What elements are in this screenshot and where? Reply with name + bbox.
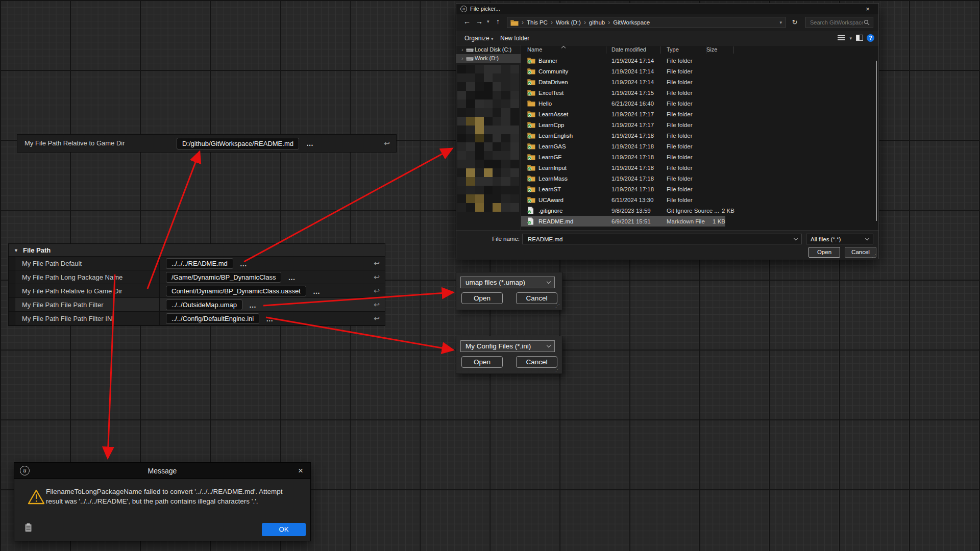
- file-date: 1/19/2024 17:14: [611, 68, 667, 74]
- close-icon[interactable]: ×: [298, 463, 303, 479]
- view-details-icon[interactable]: [838, 35, 845, 42]
- category-header-file-path[interactable]: ▼ File Path: [9, 243, 385, 257]
- browse-ellipsis-button[interactable]: …: [266, 315, 274, 323]
- file-picker-dialog: u File picker... × ← → ▾ ↑ ›This PC›Work…: [456, 3, 879, 259]
- property-row-floating[interactable]: My File Path Relative to Game Dir D:/git…: [17, 134, 397, 153]
- property-row[interactable]: My File Path File Path Filter../../Outsi…: [9, 298, 385, 312]
- view-options-chevron-icon[interactable]: ▾: [849, 31, 852, 45]
- file-name-combo[interactable]: [522, 234, 802, 244]
- file-row[interactable]: Community1/19/2024 17:14File folder: [521, 66, 725, 77]
- file-row[interactable]: UCAward6/11/2024 13:30File folder: [521, 194, 725, 205]
- file-row[interactable]: Banner1/19/2024 17:14File folder: [521, 55, 725, 66]
- expander-icon[interactable]: ▼: [14, 244, 18, 257]
- open-button[interactable]: Open: [808, 247, 840, 258]
- column-header-name[interactable]: Name: [527, 46, 542, 53]
- sidebar-item-drive[interactable]: ›Work (D:): [456, 54, 521, 63]
- property-row[interactable]: My File Path Relative to Game DirContent…: [9, 284, 385, 298]
- file-name-input[interactable]: [527, 236, 790, 243]
- organize-menu[interactable]: Organize ▾: [464, 31, 494, 46]
- tree-expand-icon[interactable]: ›: [461, 45, 463, 54]
- message-titlebar[interactable]: u Message ×: [14, 463, 310, 479]
- breadcrumb[interactable]: ›This PC›Work (D:)›github›GitWorkspace▾: [507, 17, 786, 28]
- reset-to-default-icon[interactable]: ↩: [374, 312, 380, 325]
- folder-tree-sidebar[interactable]: ›Local Disk (C:)›Work (D:): [456, 45, 521, 233]
- file-row[interactable]: LearnEnglish1/19/2024 17:18File folder: [521, 130, 725, 141]
- chevron-down-icon[interactable]: ▾: [779, 20, 782, 25]
- browse-ellipsis-button[interactable]: …: [249, 301, 257, 309]
- resize-grip-icon[interactable]: ⋰: [555, 367, 560, 372]
- file-row[interactable]: LearnCpp1/19/2024 17:17File folder: [521, 119, 725, 130]
- property-value-field[interactable]: ../../OutsideMap.umap: [166, 299, 242, 310]
- file-row[interactable]: .gitignore9/8/2023 13:59Git Ignore Sourc…: [521, 205, 725, 216]
- column-header-size[interactable]: Size: [706, 46, 717, 53]
- search-box[interactable]: [805, 17, 873, 28]
- property-value-field[interactable]: ../../../README.md: [166, 258, 233, 269]
- column-divider[interactable]: [660, 46, 660, 54]
- property-value-field[interactable]: D:/github/GitWorkspace/README.md: [177, 138, 299, 149]
- file-row[interactable]: LearnGF1/19/2024 17:18File folder: [521, 152, 725, 162]
- column-header-date[interactable]: Date modified: [611, 46, 646, 53]
- property-row[interactable]: My File Path File Path Filter INI../../C…: [9, 312, 385, 325]
- column-header-type[interactable]: Type: [667, 46, 679, 53]
- column-divider[interactable]: [606, 46, 606, 54]
- file-row[interactable]: LearnGAS1/19/2024 17:18File folder: [521, 141, 725, 152]
- resize-grip-icon[interactable]: ⋰: [555, 304, 560, 309]
- property-row[interactable]: My File Path Default../../../README.md…↩: [9, 257, 385, 270]
- resize-grip-icon[interactable]: ⋰: [872, 254, 877, 259]
- file-row[interactable]: Hello6/21/2024 16:40File folder: [521, 98, 725, 109]
- file-row[interactable]: LearnInput1/19/2024 17:18File folder: [521, 162, 725, 173]
- back-icon[interactable]: ←: [463, 17, 471, 26]
- breadcrumb-item[interactable]: GitWorkspace: [613, 19, 650, 26]
- search-input[interactable]: [809, 19, 864, 26]
- property-value-field[interactable]: ../../Config/DefaultEngine.ini: [166, 313, 259, 324]
- ok-button[interactable]: OK: [262, 523, 306, 536]
- open-button[interactable]: Open: [461, 292, 503, 304]
- file-row[interactable]: LearnST1/19/2024 17:18File folder: [521, 184, 725, 194]
- browse-ellipsis-button[interactable]: …: [306, 139, 314, 147]
- preview-pane-icon[interactable]: [856, 35, 863, 42]
- file-type-filter-dropdown[interactable]: My Config Files (*.ini): [460, 340, 555, 352]
- file-list: Name Date modified Type Size Banner1/19/…: [521, 45, 878, 233]
- refresh-icon[interactable]: ↻: [789, 17, 800, 28]
- tree-expand-icon[interactable]: ›: [461, 54, 463, 63]
- file-row[interactable]: ExcelTest1/19/2024 17:15File folder: [521, 87, 725, 98]
- file-row[interactable]: README.md6/9/2021 15:51Markdown File1 KB: [521, 216, 725, 227]
- breadcrumb-item[interactable]: Work (D:): [556, 19, 581, 26]
- breadcrumb-item[interactable]: This PC: [527, 19, 548, 26]
- history-chevron-icon[interactable]: ▾: [487, 19, 489, 24]
- file-type-filter-combo[interactable]: All files (*.*): [806, 234, 873, 244]
- property-value-field[interactable]: Content/Dynamic/BP_DynamicClass.uasset: [166, 286, 306, 296]
- forward-icon[interactable]: →: [476, 17, 483, 26]
- reset-to-default-icon[interactable]: ↩: [374, 298, 380, 312]
- reset-to-default-icon[interactable]: ↩: [374, 257, 380, 270]
- file-picker-titlebar[interactable]: u File picker... ×: [456, 4, 878, 14]
- reset-to-default-icon[interactable]: ↩: [374, 270, 380, 284]
- blueprint-graph-canvas[interactable]: My File Path Relative to Game Dir D:/git…: [0, 0, 980, 551]
- file-row[interactable]: LearnAsset1/19/2024 17:17File folder: [521, 109, 725, 119]
- column-divider[interactable]: [706, 46, 706, 54]
- copy-to-clipboard-icon[interactable]: [24, 523, 32, 532]
- property-row[interactable]: My File Path Long Package Name/Game/Dyna…: [9, 270, 385, 284]
- cancel-button[interactable]: Cancel: [516, 292, 557, 304]
- up-icon[interactable]: ↑: [496, 17, 500, 26]
- help-icon[interactable]: ?: [867, 34, 874, 42]
- browse-ellipsis-button[interactable]: …: [240, 260, 248, 268]
- browse-ellipsis-button[interactable]: …: [313, 287, 321, 295]
- property-value-field[interactable]: /Game/Dynamic/BP_DynamicClass: [166, 272, 281, 283]
- sidebar-item-drive[interactable]: ›Local Disk (C:): [456, 45, 521, 54]
- close-icon[interactable]: ×: [861, 5, 874, 13]
- breadcrumb-item[interactable]: github: [589, 19, 605, 26]
- file-type-filter-dropdown[interactable]: umap files (*.umap): [460, 277, 555, 288]
- reset-to-default-icon[interactable]: ↩: [374, 284, 380, 298]
- reset-to-default-icon[interactable]: ↩: [384, 135, 390, 152]
- cancel-button[interactable]: Cancel: [516, 356, 557, 368]
- file-row[interactable]: DataDriven1/19/2024 17:14File folder: [521, 77, 725, 87]
- scrollbar[interactable]: [876, 61, 877, 221]
- file-row[interactable]: LearnMass1/19/2024 17:18File folder: [521, 173, 725, 184]
- browse-ellipsis-button[interactable]: …: [288, 273, 296, 282]
- open-button[interactable]: Open: [461, 356, 503, 368]
- file-name: README.md: [538, 218, 611, 224]
- column-divider[interactable]: [733, 46, 734, 54]
- new-folder-button[interactable]: New folder: [500, 31, 529, 45]
- file-type: File folder: [667, 79, 710, 85]
